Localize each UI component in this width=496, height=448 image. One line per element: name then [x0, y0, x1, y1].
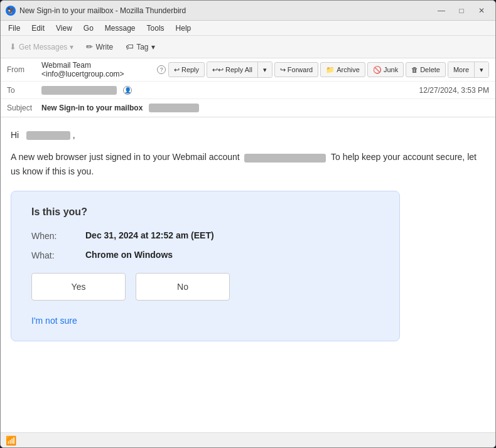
- recipient-blurred: [41, 86, 117, 95]
- what-row: What: Chrome on Windows: [31, 250, 379, 260]
- no-button[interactable]: No: [136, 273, 230, 301]
- maximize-button[interactable]: □: [453, 4, 470, 17]
- main-window: 🦅 New Sign-in to your mailbox - Mozilla …: [0, 0, 496, 448]
- delete-icon: 🗑: [411, 66, 418, 73]
- menu-edit[interactable]: Edit: [26, 23, 50, 34]
- window-controls: — □ ✕: [433, 4, 490, 17]
- reply-icon: ↩: [174, 66, 180, 74]
- forward-icon: ↪: [280, 66, 286, 74]
- reply-all-icon: ↩↩: [212, 66, 224, 74]
- menu-message[interactable]: Message: [100, 23, 141, 34]
- reply-button[interactable]: ↩ Reply: [168, 62, 205, 77]
- card-buttons: Yes No: [31, 273, 379, 301]
- menu-tools[interactable]: Tools: [142, 23, 170, 34]
- tag-button[interactable]: 🏷 Tag ▾: [121, 39, 159, 55]
- from-label: From: [7, 65, 41, 74]
- close-button[interactable]: ✕: [473, 4, 490, 17]
- write-icon: ✏: [86, 42, 93, 51]
- to-row: To 👤 12/27/2024, 3:53 PM: [1, 82, 495, 99]
- email-paragraph: A new web browser just signed in to your…: [11, 150, 485, 178]
- forward-button[interactable]: ↪ Forward: [274, 62, 318, 77]
- email-body: PTC Hi , A new web browser just signed i…: [1, 117, 495, 432]
- minimize-button[interactable]: —: [433, 4, 450, 17]
- greeting: Hi ,: [11, 130, 485, 140]
- write-button[interactable]: ✏ Write: [81, 39, 118, 55]
- from-row: From Webmail Team <info@lucertgroup.com>…: [1, 58, 495, 82]
- menu-bar: File Edit View Go Message Tools Help: [1, 21, 495, 36]
- subject-value: New Sign-in to your mailbox: [41, 104, 489, 113]
- more-button[interactable]: More: [448, 62, 474, 77]
- tag-icon: 🏷: [126, 42, 134, 51]
- when-label: When:: [31, 230, 75, 241]
- get-messages-button[interactable]: ⬇ Get Messages ▾: [4, 39, 78, 55]
- when-row: When: Dec 31, 2024 at 12:52 am (EET): [31, 230, 379, 241]
- archive-icon: 📁: [326, 66, 335, 74]
- to-label: To: [7, 86, 41, 95]
- account-blurred: [244, 154, 326, 163]
- what-label: What:: [31, 250, 75, 260]
- archive-button[interactable]: 📁 Archive: [320, 62, 365, 77]
- menu-go[interactable]: Go: [78, 23, 99, 34]
- window-title: New Sign-in to your mailbox - Mozilla Th…: [19, 6, 433, 15]
- menu-file[interactable]: File: [3, 23, 25, 34]
- get-messages-icon: ⬇: [9, 42, 16, 51]
- signin-card: Is this you? When: Dec 31, 2024 at 12:52…: [11, 191, 400, 341]
- wifi-icon: 📶: [6, 435, 16, 445]
- junk-icon: 🚫: [373, 66, 382, 74]
- card-title: Is this you?: [31, 206, 379, 218]
- junk-button[interactable]: 🚫 Junk: [367, 62, 404, 77]
- reply-all-group: ↩↩ Reply All ▾: [207, 61, 272, 78]
- to-value: 👤: [41, 85, 419, 95]
- title-bar: 🦅 New Sign-in to your mailbox - Mozilla …: [1, 1, 495, 21]
- reply-all-dropdown[interactable]: ▾: [257, 62, 272, 77]
- sender-info-icon[interactable]: ?: [157, 65, 166, 74]
- menu-help[interactable]: Help: [171, 23, 197, 34]
- app-icon: 🦅: [6, 6, 16, 16]
- menu-view[interactable]: View: [51, 23, 77, 34]
- from-value: Webmail Team <info@lucertgroup.com>: [41, 61, 157, 78]
- reply-all-button[interactable]: ↩↩ Reply All: [207, 62, 257, 77]
- not-sure-link[interactable]: I'm not sure: [31, 316, 77, 326]
- what-value: Chrome on Windows: [85, 250, 173, 260]
- email-date: 12/27/2024, 3:53 PM: [419, 86, 489, 95]
- status-bar: 📶: [1, 432, 495, 447]
- yes-button[interactable]: Yes: [31, 273, 126, 301]
- recipient-icon[interactable]: 👤: [123, 86, 132, 95]
- email-headers: From Webmail Team <info@lucertgroup.com>…: [1, 58, 495, 117]
- subject-extra-blurred: [149, 104, 199, 112]
- more-dropdown[interactable]: ▾: [474, 62, 488, 77]
- more-group: More ▾: [448, 61, 489, 78]
- when-value: Dec 31, 2024 at 12:52 am (EET): [85, 230, 214, 240]
- toolbar: ⬇ Get Messages ▾ ✏ Write 🏷 Tag ▾: [1, 36, 495, 58]
- subject-row: Subject New Sign-in to your mailbox: [1, 99, 495, 117]
- subject-label: Subject: [7, 104, 41, 112]
- email-actions: ↩ Reply ↩↩ Reply All ▾ ↪ Forward 📁 Arch: [168, 61, 489, 78]
- delete-button[interactable]: 🗑 Delete: [406, 62, 446, 77]
- greeting-name-blurred: [26, 131, 70, 140]
